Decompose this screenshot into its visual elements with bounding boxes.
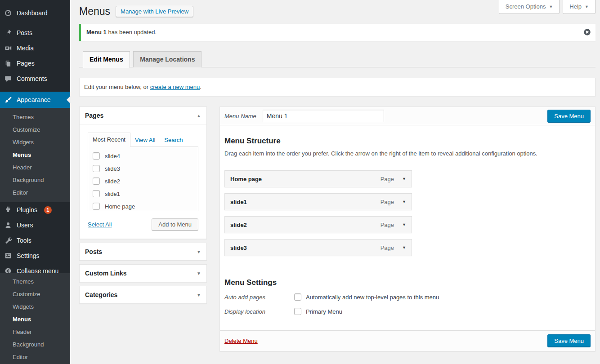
manage-menus-text: Edit your menu below, or	[84, 84, 150, 90]
sidebar-item-label: Settings	[17, 252, 40, 259]
menu-settings-title: Menu Settings	[224, 278, 591, 287]
save-menu-button-top[interactable]: Save Menu	[547, 110, 591, 123]
sidebar-item-label: Pages	[17, 60, 35, 67]
flyout-menus[interactable]: Menus	[0, 313, 70, 326]
nav-tab-wrapper: Edit Menus Manage Locations	[79, 51, 596, 67]
updated-notice: Menu 1 has been updated.	[79, 24, 596, 41]
submenu-themes[interactable]: Themes	[0, 111, 70, 124]
menu-editor-column: Menu Name Save Menu Menu Structure Drag …	[219, 107, 596, 351]
menu-separator	[0, 86, 70, 92]
submenu-header[interactable]: Header	[0, 161, 70, 174]
auto-add-pages-row: Auto add pages Automatically add new top…	[224, 293, 591, 301]
sidebar-item-tools[interactable]: Tools	[0, 233, 70, 248]
sidebar-item-pages[interactable]: Pages	[0, 56, 70, 71]
flyout-header[interactable]: Header	[0, 326, 70, 338]
save-menu-button-bottom[interactable]: Save Menu	[547, 334, 591, 347]
custom-links-postbox-header[interactable]: Custom Links ▼	[80, 265, 206, 282]
submenu-widgets[interactable]: Widgets	[0, 136, 70, 149]
flyout-customize[interactable]: Customize	[0, 288, 70, 301]
custom-links-postbox: Custom Links ▼	[79, 264, 207, 282]
menu-structure-title: Menu Structure	[224, 137, 591, 146]
submenu-menus[interactable]: Menus	[0, 149, 70, 161]
flyout-widgets[interactable]: Widgets	[0, 301, 70, 313]
pages-checklist-panel: slide4 slide3 slide2 slide1	[88, 147, 198, 211]
tab-most-recent[interactable]: Most Recent	[88, 133, 130, 147]
chevron-down-icon[interactable]: ▼	[197, 271, 201, 276]
sidebar-item-appearance[interactable]: Appearance	[0, 92, 70, 108]
submenu-editor[interactable]: Editor	[0, 186, 70, 199]
menu-item-type: Page	[381, 199, 394, 205]
notice-text: has been updated.	[107, 29, 157, 36]
pages-postbox-header[interactable]: Pages ▲	[80, 107, 206, 124]
menu-item-title: slide1	[230, 199, 381, 205]
item-options-arrow-icon[interactable]: ▼	[402, 222, 406, 227]
pages-postbox: Pages ▲ Most Recent View All Search slid…	[79, 107, 207, 239]
posts-postbox-header[interactable]: Posts ▼	[80, 243, 206, 260]
screen-meta-links: Screen Options ▼ Help ▼	[499, 0, 596, 14]
delete-menu-link[interactable]: Delete Menu	[224, 337, 258, 344]
select-all-link[interactable]: Select All	[88, 221, 112, 228]
sidebar-item-users[interactable]: Users	[0, 218, 70, 233]
menu-item-handle-home-page[interactable]: Home page Page ▼	[224, 170, 412, 187]
menu-name-input[interactable]	[263, 110, 384, 122]
screen-options-button[interactable]: Screen Options ▼	[499, 0, 560, 14]
manage-menus-text-end: .	[200, 84, 201, 90]
appearance-brush-icon	[4, 95, 13, 104]
custom-links-postbox-title: Custom Links	[85, 270, 127, 277]
menu-item-type: Page	[381, 176, 394, 182]
notice-subject: Menu 1	[86, 29, 107, 36]
pages-postbox-body: Most Recent View All Search slide4 slide…	[80, 124, 206, 239]
tab-view-all[interactable]: View All	[130, 133, 160, 147]
manage-menus-bar: Edit your menu below, or create a new me…	[79, 78, 596, 96]
checkbox-slide2[interactable]	[93, 178, 100, 185]
checkbox-auto-add-pages[interactable]	[294, 293, 301, 301]
sidebar-item-plugins[interactable]: Plugins 1	[0, 202, 70, 218]
menu-item-handle-slide3[interactable]: slide3 Page ▼	[224, 239, 412, 256]
item-options-arrow-icon[interactable]: ▼	[402, 245, 406, 250]
checkbox-slide1[interactable]	[93, 190, 100, 197]
menu-item-handle-slide1[interactable]: slide1 Page ▼	[224, 193, 412, 210]
page-check-row: slide1	[93, 189, 198, 198]
menu-item-handle-slide2[interactable]: slide2 Page ▼	[224, 216, 412, 233]
chevron-down-icon: ▼	[585, 4, 589, 9]
add-to-menu-button[interactable]: Add to Menu	[152, 218, 198, 231]
page-item-label: Home page	[105, 203, 135, 210]
sidebar-item-label: Dashboard	[17, 9, 48, 17]
menu-structure-item: slide3 Page ▼	[224, 239, 412, 256]
pages-footer: Select All Add to Menu	[88, 218, 198, 231]
manage-live-preview-button[interactable]: Manage with Live Preview	[116, 6, 193, 17]
submenu-customize[interactable]: Customize	[0, 124, 70, 136]
tab-search[interactable]: Search	[160, 133, 187, 147]
sidebar-item-label: Tools	[17, 237, 31, 244]
sidebar-item-posts[interactable]: Posts	[0, 25, 70, 40]
sidebar-item-dashboard[interactable]: Dashboard	[0, 5, 70, 21]
display-location-label: Display location	[224, 308, 294, 315]
checkbox-slide4[interactable]	[93, 152, 100, 160]
categories-postbox-header[interactable]: Categories ▼	[80, 286, 206, 303]
page-item-label: slide4	[105, 153, 120, 160]
sidebar-item-media[interactable]: Media	[0, 40, 70, 56]
item-options-arrow-icon[interactable]: ▼	[402, 177, 406, 181]
menu-item-title: slide2	[230, 222, 381, 228]
chevron-down-icon[interactable]: ▼	[197, 249, 201, 254]
dismiss-notice-button[interactable]	[583, 28, 591, 36]
item-options-arrow-icon[interactable]: ▼	[402, 200, 406, 204]
checkbox-slide3[interactable]	[93, 165, 100, 172]
menu-structure-help: Drag each item into the order you prefer…	[224, 150, 591, 157]
flyout-editor[interactable]: Editor	[0, 351, 70, 364]
tab-edit-menus[interactable]: Edit Menus	[83, 51, 130, 68]
checkbox-home-page[interactable]	[93, 203, 100, 210]
chevron-down-icon[interactable]: ▼	[197, 293, 201, 297]
flyout-themes[interactable]: Themes	[0, 275, 70, 288]
flyout-background[interactable]: Background	[0, 338, 70, 351]
tab-manage-locations[interactable]: Manage Locations	[133, 51, 201, 67]
sidebar-item-settings[interactable]: Settings	[0, 248, 70, 263]
create-new-menu-link[interactable]: create a new menu	[150, 84, 200, 90]
help-button[interactable]: Help ▼	[563, 0, 596, 14]
sidebar-item-comments[interactable]: Comments	[0, 71, 70, 86]
menu-items-column: Pages ▲ Most Recent View All Search slid…	[79, 107, 207, 307]
checkbox-primary-menu[interactable]	[294, 308, 301, 315]
menu-structure-item: Home page Page ▼	[224, 170, 412, 187]
submenu-background[interactable]: Background	[0, 174, 70, 186]
collapse-up-icon[interactable]: ▲	[197, 113, 201, 118]
